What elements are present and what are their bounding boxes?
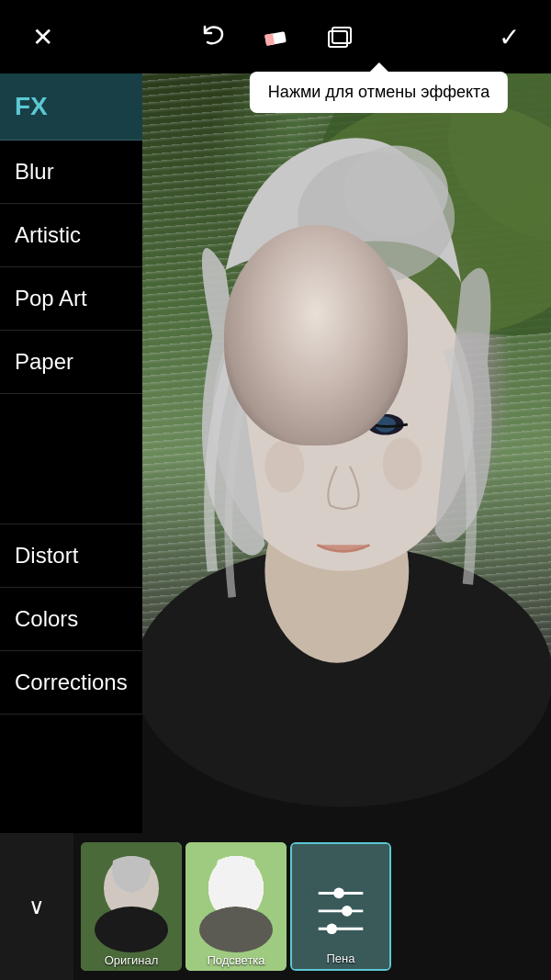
svg-point-17 [383, 437, 422, 490]
photo-image [142, 73, 551, 833]
svg-point-14 [294, 419, 315, 434]
svg-point-33 [326, 923, 337, 934]
confirm-button[interactable]: ✓ [489, 17, 529, 57]
sidebar: FX Blur Artistic Pop Art Paper [0, 73, 142, 833]
sidebar-item-fx[interactable]: FX [0, 73, 142, 141]
tooltip-container: Нажми для отмены эффекта [250, 72, 508, 113]
svg-point-16 [264, 440, 304, 492]
sidebar-item-paper[interactable]: Paper [0, 331, 142, 394]
thumbnail-foam[interactable]: Пена [290, 842, 391, 971]
svg-rect-26 [186, 842, 287, 971]
svg-rect-27 [292, 844, 389, 969]
chevron-down-icon: ∨ [28, 894, 45, 919]
thumbnail-foam-label: Пена [292, 952, 389, 965]
thumbnail-original-label: Оригинал [81, 953, 182, 967]
svg-point-31 [342, 906, 353, 917]
svg-point-12 [286, 417, 322, 438]
eraser-button[interactable] [255, 17, 296, 57]
svg-point-29 [333, 888, 344, 899]
undo-button[interactable] [193, 17, 233, 57]
layers-button[interactable] [318, 17, 358, 57]
sidebar-item-pop-art[interactable]: Pop Art [0, 267, 142, 331]
bottom-bar: ∨ Оригинал Подсветка [0, 833, 551, 980]
thumbnail-original[interactable]: Оригинал [81, 842, 182, 971]
main-area: FX Blur Artistic Pop Art Paper [0, 73, 551, 833]
photo-area [142, 73, 551, 833]
sidebar-item-blur[interactable]: Blur [0, 141, 142, 204]
svg-point-22 [95, 907, 168, 952]
tooltip-text: Нажми для отмены эффекта [250, 72, 508, 113]
thumbnail-highlight[interactable]: Подсветка [186, 842, 287, 971]
close-button[interactable]: ✕ [22, 17, 62, 57]
toolbar-center [193, 17, 358, 57]
thumbnail-highlight-label: Подсветка [186, 953, 287, 967]
sidebar-item-corrections[interactable]: Corrections [0, 651, 142, 715]
sidebar-item-colors[interactable]: Colors [0, 588, 142, 651]
sidebar-item-artistic[interactable]: Artistic [0, 204, 142, 267]
svg-point-15 [375, 417, 396, 433]
sidebar-item-distort[interactable]: Distort [0, 524, 142, 588]
thumbnails-list: Оригинал Подсветка [73, 833, 399, 980]
toolbar: ✕ ✓ [0, 0, 551, 73]
svg-point-19 [343, 145, 448, 237]
collapse-button[interactable]: ∨ [0, 833, 73, 980]
lower-menu: Distort Colors Corrections [0, 524, 142, 715]
